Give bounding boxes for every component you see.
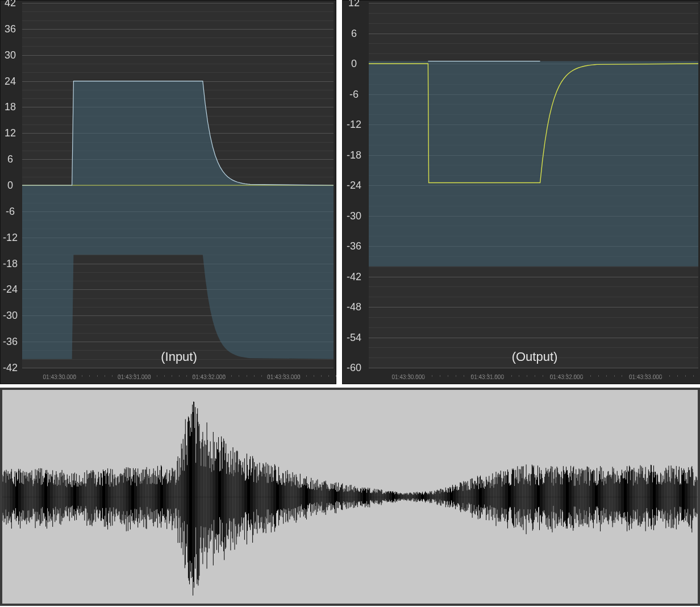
x-minor-tick [112, 375, 113, 377]
x-minor-tick [669, 375, 670, 377]
y-tick-label: 0 [1, 180, 20, 192]
waveform-display[interactable] [2, 390, 698, 604]
y-tick-label: -24 [1, 284, 20, 296]
x-minor-tick [440, 375, 440, 377]
x-minor-tick [503, 375, 504, 377]
x-minor-tick [685, 375, 686, 377]
svg-rect-2 [369, 61, 698, 267]
y-tick-label: -36 [343, 240, 365, 252]
y-tick-label: 6 [1, 153, 20, 165]
x-tick-label: 01:43:31.000 [471, 374, 504, 380]
x-minor-tick [543, 375, 543, 377]
x-minor-tick [661, 375, 662, 377]
y-tick-label: -54 [343, 331, 365, 343]
x-minor-tick [582, 375, 583, 377]
y-tick-label: 6 [343, 27, 365, 39]
x-minor-tick [216, 375, 217, 377]
x-minor-tick [614, 375, 615, 377]
x-minor-tick [511, 375, 512, 377]
x-minor-tick [97, 375, 98, 377]
x-minor-tick [231, 375, 232, 377]
y-tick-label: -12 [343, 119, 365, 131]
x-minor-tick [574, 375, 575, 377]
y-tick-label: 18 [1, 101, 20, 113]
output-plot-area[interactable] [369, 3, 698, 368]
x-minor-tick [186, 375, 187, 377]
x-minor-tick [590, 375, 591, 377]
x-minor-tick [89, 375, 90, 377]
output-caption: (Output) [512, 350, 558, 364]
x-minor-tick [456, 375, 456, 377]
x-minor-tick [141, 375, 142, 377]
x-minor-tick [464, 375, 464, 377]
x-minor-tick [677, 375, 678, 377]
input-plot-area[interactable] [22, 3, 334, 368]
y-tick-label: -30 [343, 210, 365, 222]
y-tick-label: -18 [1, 257, 20, 269]
x-minor-tick [105, 375, 105, 377]
x-minor-tick [74, 375, 75, 377]
y-tick-label: -24 [343, 180, 365, 192]
root: 01:43:30.00001:43:31.00001:43:32.00001:4… [0, 0, 700, 607]
y-tick-label: 0 [343, 58, 365, 70]
x-minor-tick [519, 375, 519, 377]
x-minor-tick [291, 375, 291, 377]
x-minor-tick [314, 375, 314, 377]
y-tick-label: -42 [1, 362, 20, 374]
input-panel: 01:43:30.00001:43:31.00001:43:32.00001:4… [0, 0, 336, 384]
x-minor-tick [82, 375, 82, 377]
x-minor-tick [321, 375, 322, 377]
y-tick-label: 12 [1, 127, 20, 139]
x-minor-tick [424, 375, 424, 377]
y-tick-label: -6 [343, 88, 365, 100]
x-minor-tick [527, 375, 527, 377]
y-tick-label: 30 [1, 49, 20, 61]
output-panel: 01:43:30.00001:43:31.00001:43:32.00001:4… [342, 0, 700, 384]
x-tick-label: 01:43:32.000 [193, 374, 226, 380]
x-minor-tick [622, 375, 622, 377]
x-minor-tick [299, 375, 299, 377]
x-minor-tick [606, 375, 607, 377]
input-x-axis: 01:43:30.00001:43:31.00001:43:32.00001:4… [22, 373, 334, 384]
x-minor-tick [416, 375, 417, 377]
y-tick-label: 24 [1, 75, 20, 87]
x-minor-tick [495, 375, 496, 377]
x-minor-tick [261, 375, 262, 377]
x-minor-tick [247, 375, 247, 377]
x-minor-tick [306, 375, 307, 377]
x-minor-tick [164, 375, 165, 377]
y-tick-label: -48 [343, 301, 365, 313]
x-minor-tick [432, 375, 432, 377]
x-minor-tick [67, 375, 68, 377]
gridline [22, 368, 334, 368]
x-minor-tick [254, 375, 255, 377]
input-caption: (Input) [161, 350, 197, 364]
y-tick-label: 12 [343, 0, 365, 9]
x-minor-tick [598, 375, 599, 377]
y-tick-label: -36 [1, 336, 20, 348]
y-tick-label: -6 [1, 205, 20, 217]
x-minor-tick [149, 375, 150, 377]
x-tick-label: 01:43:33.000 [629, 374, 662, 380]
y-tick-label: 42 [1, 0, 20, 9]
x-minor-tick [336, 375, 336, 377]
x-tick-label: 01:43:30.000 [391, 374, 424, 380]
y-tick-label: 36 [1, 23, 20, 35]
x-tick-label: 01:43:30.000 [43, 374, 76, 380]
svg-marker-0 [22, 81, 334, 359]
y-tick-label: -42 [343, 271, 365, 282]
x-minor-tick [157, 375, 157, 377]
x-tick-label: 01:43:32.000 [550, 374, 583, 380]
x-tick-label: 01:43:33.000 [267, 374, 300, 380]
output-x-axis: 01:43:30.00001:43:31.00001:43:32.00001:4… [369, 373, 698, 384]
y-tick-label: -12 [1, 231, 20, 243]
x-minor-tick [179, 375, 180, 377]
waveform-panel [0, 388, 700, 606]
x-minor-tick [653, 375, 654, 377]
x-minor-tick [693, 375, 694, 377]
x-minor-tick [239, 375, 239, 377]
y-tick-label: -30 [1, 310, 20, 322]
gridline [369, 368, 698, 368]
x-minor-tick [535, 375, 535, 377]
x-minor-tick [224, 375, 224, 377]
